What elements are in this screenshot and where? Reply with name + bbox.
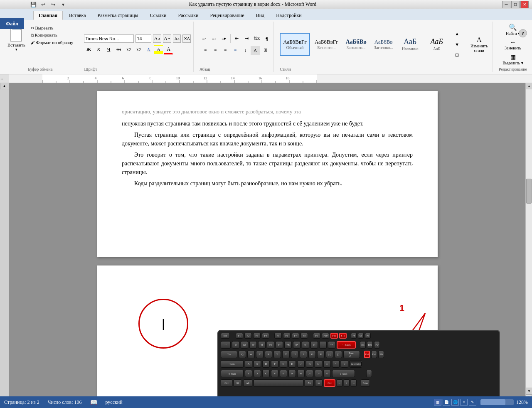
style-heading1-label: Заголово... xyxy=(347,45,365,50)
text-effects-button[interactable]: A xyxy=(144,45,153,54)
view-normal-button[interactable]: ▦ xyxy=(434,399,441,406)
cut-button[interactable]: ✂ Вырезать xyxy=(30,25,74,31)
bullets-button[interactable]: ≡• xyxy=(200,34,209,43)
multilevel-button[interactable]: ≡▶ xyxy=(219,34,229,43)
styles-scroll-up[interactable]: ▲ xyxy=(453,29,462,38)
file-tab[interactable]: Файл xyxy=(0,18,24,29)
undo-button[interactable]: ↩ xyxy=(39,1,47,8)
paragraph-label: Абзац xyxy=(200,66,210,71)
style-no-spacing[interactable]: АаБбВвГг Без инте... xyxy=(312,33,341,56)
align-right-button[interactable]: ≡ xyxy=(221,46,230,55)
format-painter-button[interactable]: 🖌 Формат по образцу xyxy=(30,39,74,45)
tab-insert[interactable]: Вставка xyxy=(64,11,91,20)
sort-button[interactable]: ⇅Z xyxy=(252,34,261,43)
style-extra-label: АаБ xyxy=(433,47,440,51)
save-button[interactable]: 💾 xyxy=(29,1,37,8)
view-outline-button[interactable]: ≡ xyxy=(460,399,468,406)
decrease-indent-button[interactable]: ⇤ xyxy=(232,34,241,43)
view-draft-button[interactable]: ✎ xyxy=(469,399,476,406)
close-button[interactable]: ✕ xyxy=(520,1,529,8)
view-buttons[interactable]: ▦ 📄 🌐 ≡ ✎ xyxy=(434,399,476,406)
clipboard-label: Буфер обмена xyxy=(2,66,78,71)
redo-button[interactable]: ↪ xyxy=(49,1,57,8)
increase-indent-button[interactable]: ⇥ xyxy=(242,34,251,43)
tab-home[interactable]: Главная xyxy=(33,11,63,20)
change-styles-button[interactable]: A Изменить стили xyxy=(469,36,490,53)
scroll-down-button[interactable]: ▼ xyxy=(526,388,532,394)
justify-button[interactable]: ≡ xyxy=(231,46,240,55)
ribbon-content: Вставить ▾ ✂ Вырезать ⧉ Копировать 🖌 Фор… xyxy=(0,20,532,74)
replace-button[interactable]: ↔ Заменить xyxy=(503,38,523,51)
horizontal-ruler[interactable]: 2 4 6 8 10 12 14 16 18 xyxy=(9,74,532,83)
font-grow-button[interactable]: A▲ xyxy=(153,34,161,43)
customize-quick-access[interactable]: ▾ xyxy=(59,1,67,8)
select-button[interactable]: ▦ Выделить ▾ xyxy=(501,53,525,66)
style-extra[interactable]: АаБ АаБ xyxy=(424,33,449,56)
subscript-button[interactable]: x2 xyxy=(124,45,133,54)
copy-button[interactable]: ⧉ Копировать xyxy=(30,32,74,38)
underline-button[interactable]: Ч xyxy=(104,45,113,54)
quick-access-toolbar[interactable]: 💾 ↩ ↪ ▾ xyxy=(29,1,67,8)
window-controls[interactable]: ─ □ ✕ xyxy=(502,1,529,8)
italic-button[interactable]: К xyxy=(94,45,103,54)
styles-scroll-down[interactable]: ▼ xyxy=(453,40,462,49)
vertical-scrollbar[interactable]: ▲ ▼ ▲ ● ▼ xyxy=(525,83,532,408)
style-title-label: Название xyxy=(402,47,419,51)
scroll-thumb[interactable] xyxy=(526,179,532,204)
help-button[interactable]: ? xyxy=(519,29,527,37)
show-marks-button[interactable]: ¶ xyxy=(262,34,271,43)
align-left-button[interactable]: ≡ xyxy=(201,46,210,55)
superscript-button[interactable]: x2 xyxy=(134,45,143,54)
cursor-symbol: | xyxy=(162,317,165,330)
editing-label: Редактирование xyxy=(499,66,527,71)
tab-view[interactable]: Вид xyxy=(251,11,270,20)
strikethrough-button[interactable]: зч xyxy=(114,45,123,54)
page-info[interactable]: Страница: 2 из 2 xyxy=(4,399,39,406)
spell-check-icon[interactable]: 📖 xyxy=(90,399,97,406)
styles-more[interactable]: ⊞ xyxy=(453,51,462,60)
clear-format-button[interactable]: ✕A xyxy=(182,34,191,43)
minimize-button[interactable]: ─ xyxy=(502,1,510,8)
zoom-slider[interactable] xyxy=(480,399,514,405)
font-color-button[interactable]: A xyxy=(164,45,173,54)
maximize-button[interactable]: □ xyxy=(511,1,520,8)
paste-label[interactable]: Вставить xyxy=(7,42,25,47)
style-heading2[interactable]: АаБбВв Заголово... xyxy=(371,33,396,56)
font-case-button[interactable]: Аа xyxy=(173,34,181,43)
style-heading1[interactable]: АаБбВв Заголово... xyxy=(343,33,369,56)
language-info[interactable]: русский xyxy=(106,399,123,406)
font-group: A▲ A▼ Аа ✕A Ж К Ч зч x2 x2 A A A Шрифт xyxy=(81,22,194,72)
paste-arrow[interactable]: ▾ xyxy=(15,47,17,52)
scroll-track[interactable] xyxy=(526,89,532,388)
document-area[interactable]: ориентацию, увидите это диалоговое окно … xyxy=(9,83,525,408)
zoom-control[interactable]: 128% xyxy=(480,399,528,406)
tab-page-layout[interactable]: Разметка страницы xyxy=(92,11,144,20)
numbering-button[interactable]: ≡1 xyxy=(209,34,219,43)
line-spacing-button[interactable]: ↕ xyxy=(241,46,250,55)
style-title[interactable]: АаБ Название xyxy=(398,33,423,56)
scroll-left-button[interactable]: ▲ xyxy=(0,83,9,89)
left-sidebar: ▲ ▼ xyxy=(0,83,9,408)
align-center-button[interactable]: ≡ xyxy=(211,46,220,55)
tab-mailings[interactable]: Рассылки xyxy=(172,11,204,20)
style-normal[interactable]: АаБбВвГг Обычный xyxy=(280,33,310,56)
shading-button[interactable]: A xyxy=(251,46,260,55)
paragraph-group: ≡• ≡1 ≡▶ ⇤ ⇥ ⇅Z ¶ ≡ ≡ ≡ ≡ ↕ A ⊞ xyxy=(197,22,274,72)
tab-addins[interactable]: Надстройки xyxy=(271,11,307,20)
ruler-corner[interactable]: ↔ xyxy=(0,74,9,83)
view-web-button[interactable]: 🌐 xyxy=(451,399,459,406)
font-size-input[interactable] xyxy=(135,34,151,43)
tab-references[interactable]: Ссылки xyxy=(145,11,172,20)
language-text: русский xyxy=(106,399,123,406)
word-count-info[interactable]: Число слов: 106 xyxy=(48,399,82,406)
scroll-up-button[interactable]: ▲ xyxy=(526,83,532,89)
style-title-preview: АаБ xyxy=(404,37,416,47)
font-shrink-button[interactable]: A▼ xyxy=(163,34,171,43)
highlight-button[interactable]: A xyxy=(154,45,163,54)
font-name-input[interactable] xyxy=(84,34,134,43)
view-reading-button[interactable]: 📄 xyxy=(443,399,450,406)
tab-review[interactable]: Рецензирование xyxy=(204,11,249,20)
bold-button[interactable]: Ж xyxy=(84,45,93,54)
style-normal-label: Обычный xyxy=(286,45,303,50)
border-button[interactable]: ⊞ xyxy=(261,46,270,55)
